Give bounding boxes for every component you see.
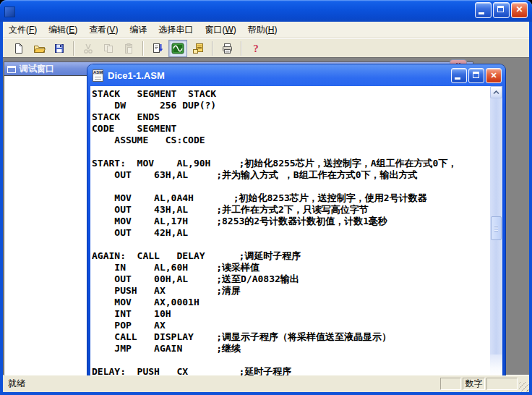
editor-content[interactable]: STACK SEGMENT STACK DW 256 DUP(?)STACK E…: [90, 86, 502, 375]
menu-item-view[interactable]: 查看(V): [83, 22, 124, 38]
toolbar-separator: [142, 41, 144, 56]
editor-close-button[interactable]: ✕: [486, 68, 502, 83]
status-panel-empty-1: [440, 378, 461, 390]
asm-file-icon: ASM: [93, 69, 103, 82]
copy-icon: [103, 43, 114, 54]
vertical-scrollbar[interactable]: [490, 86, 502, 354]
editor-title-text: Dice1-1.ASM: [108, 70, 165, 81]
scroll-thumb[interactable]: [491, 216, 502, 240]
code-line: AGAIN: CALL DELAY ;调延时子程序: [92, 250, 489, 262]
code-line: INT 10H: [92, 308, 489, 320]
open-button[interactable]: [30, 40, 48, 57]
code-line: ASSUME CS:CODE: [92, 135, 489, 146]
help-icon: ?: [250, 43, 262, 54]
main-window: ✕ 文件(F)编辑(E)查看(V)编译选择串口窗口(W)帮助(H) ? 调试窗口…: [0, 0, 532, 395]
code-line: DELAY: PUSH CX ;延时子程序: [92, 366, 489, 375]
download-button[interactable]: [189, 40, 207, 57]
menu-item-compile[interactable]: 编译: [124, 22, 153, 38]
code-line: OUT 42H,AL: [92, 227, 489, 239]
menu-item-edit[interactable]: 编辑(E): [43, 22, 83, 38]
code-line: OUT 63H,AL ;并为输入方式 ，B组工作在方式0下，输出方式: [92, 169, 489, 181]
code-line: OUT 00H,AL ;送至D/A0832输出: [92, 273, 489, 285]
maximize-icon: [473, 72, 479, 78]
cut-icon: [82, 43, 94, 54]
code-line: [92, 239, 489, 250]
minimize-icon: [479, 12, 484, 14]
code-line: CALL DISPLAY ;调显示子程序（将采样值送至液晶显示）: [92, 331, 489, 343]
oscilloscope-icon: [171, 43, 184, 54]
app-icon: [4, 7, 15, 17]
editor-titlebar[interactable]: ASM Dice1-1.ASM ✕: [90, 64, 502, 86]
status-bar: 就绪 数字: [3, 375, 529, 392]
copy-button: [99, 40, 118, 57]
main-titlebar[interactable]: ✕: [0, 0, 532, 22]
menu-item-help[interactable]: 帮助(H): [242, 22, 283, 38]
code-line: JMP AGAIN ;继续: [92, 343, 489, 354]
toolbar-separator: [212, 41, 213, 56]
toolbar-separator: [241, 41, 242, 56]
code-line: [92, 354, 489, 366]
status-panel-empty-2: [486, 378, 518, 390]
minimize-button[interactable]: [475, 2, 492, 18]
code-line: POP AX: [92, 320, 489, 331]
status-panel-numlock: 数字: [463, 378, 485, 390]
maximize-icon: [497, 6, 504, 12]
window-icon: [7, 66, 16, 73]
code-line: PUSH AX ;清屏: [92, 285, 489, 297]
print-button[interactable]: [218, 40, 236, 57]
menu-item-select-serial-port[interactable]: 选择串口: [153, 22, 199, 38]
chevron-up-icon: [493, 90, 499, 95]
editor-window: ASM Dice1-1.ASM ✕ STACK SEGMENT STACK DW…: [87, 64, 505, 375]
code-line: START: MOV AL,90H ;初始化8255芯片，送控制字，A组工作在方…: [92, 158, 489, 169]
debug-window-title: 调试窗口: [20, 63, 54, 75]
download-icon: [192, 43, 204, 54]
new-file-icon: [13, 43, 25, 54]
print-icon: [221, 43, 233, 54]
help-button[interactable]: ?: [246, 40, 265, 57]
code-line: MOV AL,0A4H ;初始化8253芯片，送控制字，使用2号计数器: [92, 192, 489, 204]
close-button[interactable]: ✕: [511, 2, 528, 18]
menu-item-file[interactable]: 文件(F): [3, 22, 43, 38]
save-button[interactable]: [50, 40, 69, 57]
resize-grip[interactable]: [519, 382, 528, 391]
toolbar-separator: [73, 41, 74, 56]
toolbar: ?: [3, 38, 529, 58]
code-line: MOV AX,0001H: [92, 297, 489, 308]
code-line: STACK SEGMENT STACK: [92, 88, 489, 100]
menu-bar: 文件(F)编辑(E)查看(V)编译选择串口窗口(W)帮助(H): [3, 22, 529, 38]
minimize-icon: [455, 77, 460, 80]
editor-minimize-button[interactable]: [451, 68, 467, 83]
scroll-up-button[interactable]: [490, 86, 502, 98]
maximize-button[interactable]: [493, 2, 510, 18]
cut-button: [79, 40, 98, 57]
close-icon: ✕: [486, 69, 501, 82]
code-line: CODE SEGMENT: [92, 123, 489, 135]
compile-button[interactable]: [148, 40, 167, 57]
code-line: DW 256 DUP(?): [92, 100, 489, 111]
code-line: [92, 146, 489, 158]
code-line: IN AL,60H ;读采样值: [92, 262, 489, 273]
scroll-grip-icon: [494, 226, 498, 232]
save-icon: [53, 43, 65, 54]
status-ready-text: 就绪: [3, 378, 440, 390]
code-line: OUT 43H,AL ;并工作在方式2下，只读写高位字节: [92, 204, 489, 216]
code-line: [92, 181, 489, 192]
scroll-down-button[interactable]: [490, 354, 502, 375]
compile-icon: [152, 43, 164, 54]
code-area[interactable]: STACK SEGMENT STACK DW 256 DUP(?)STACK E…: [92, 88, 489, 375]
debug-scope-button[interactable]: [168, 40, 187, 57]
code-line: STACK ENDS: [92, 111, 489, 123]
mdi-client-area: 调试窗口 ✕ ASM Dice1-1.ASM ✕ STACK SEGME: [3, 57, 529, 375]
close-icon: ✕: [512, 3, 527, 17]
open-folder-icon: [33, 43, 46, 54]
menu-item-window[interactable]: 窗口(W): [199, 22, 241, 38]
new-button[interactable]: [9, 40, 28, 57]
svg-text:?: ?: [253, 43, 259, 54]
code-line: MOV AL,17H ;8253的2号计数器计数初值，计数1毫秒: [92, 216, 489, 227]
editor-maximize-button[interactable]: [468, 68, 484, 83]
paste-icon: [123, 43, 134, 54]
paste-button: [119, 40, 138, 57]
